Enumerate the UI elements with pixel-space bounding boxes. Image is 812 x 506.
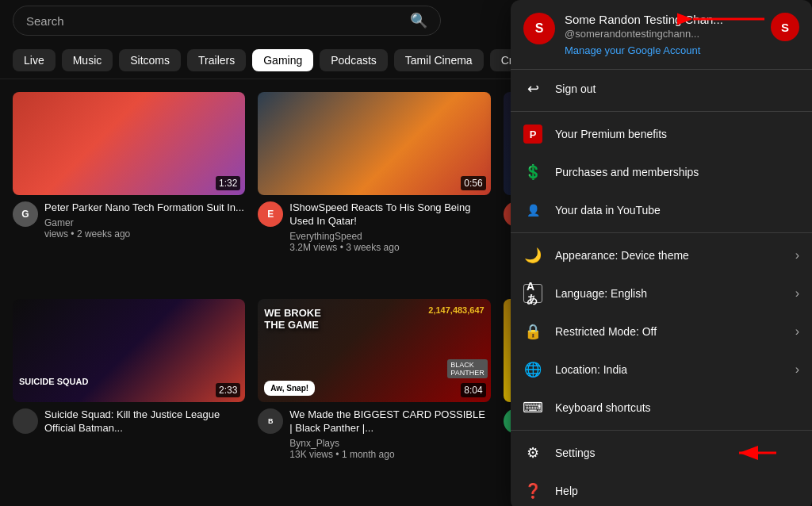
video-card[interactable]: 8:04 WE BROKETHE GAME 2,147,483,647 BLAC… [258,299,490,493]
help-icon: ❓ [523,481,542,500]
category-tamil-cinema[interactable]: Tamil Cinema [394,49,484,71]
premium-icon: P [523,125,542,144]
user-dropdown-menu: S Some Randon Testing Chan... @somerando… [511,0,812,506]
chevron-icon: › [795,324,799,339]
search-input[interactable] [26,14,404,28]
restricted-icon: 🔒 [523,322,542,341]
menu-label-language: Language: English [555,287,783,300]
chevron-icon: › [795,362,799,377]
video-title: Suicide Squad: Kill the Justice League O… [44,408,245,435]
red-arrow-top [677,5,772,44]
settings-icon: ⚙ [523,443,542,462]
menu-item-keyboard[interactable]: ⌨ Keyboard shortcuts [511,389,812,427]
menu-divider [511,430,812,431]
video-channel: EverythingSpeed [289,231,490,242]
video-duration: 8:04 [461,383,485,397]
category-podcasts[interactable]: Podcasts [320,49,388,71]
channel-avatar: B [258,408,283,434]
video-stats: 13K views • 1 month ago [289,449,490,460]
category-trailers[interactable]: Trailers [187,49,246,71]
channel-avatar [13,408,38,434]
menu-item-restricted[interactable]: 🔒 Restricted Mode: Off › [511,312,812,351]
language-icon: Aあ [523,284,542,303]
category-sitcoms[interactable]: Sitcoms [119,49,181,71]
category-music[interactable]: Music [62,49,113,71]
video-stats: views • 2 weeks ago [44,228,245,240]
channel-avatar: E [258,201,283,227]
keyboard-icon: ⌨ [523,398,542,417]
menu-label-premium: Your Premium benefits [555,128,799,140]
search-bar[interactable]: 🔍 [13,6,441,36]
menu-label-signout: Sign out [555,82,799,95]
video-thumbnail: 2:33 SUICIDE SQUAD [13,299,245,402]
menu-item-location[interactable]: 🌐 Location: India › [511,351,812,389]
menu-divider [511,111,812,112]
video-info: Suicide Squad: Kill the Justice League O… [13,408,245,435]
menu-item-help[interactable]: ❓ Help [511,472,812,506]
menu-label-keyboard: Keyboard shortcuts [555,401,799,414]
menu-item-data[interactable]: 👤 Your data in YouTube [511,191,812,229]
menu-item-language[interactable]: Aあ Language: English › [511,274,812,312]
video-card[interactable]: 0:56 E IShowSpeed Reacts To His Song Bei… [258,92,490,286]
chevron-icon: › [795,286,799,301]
video-thumbnail: 8:04 WE BROKETHE GAME 2,147,483,647 BLAC… [258,299,490,402]
category-live[interactable]: Live [13,49,56,71]
video-info: E IShowSpeed Reacts To His Song Being Us… [258,201,490,253]
video-channel: Gamer [44,217,245,228]
menu-item-appearance[interactable]: 🌙 Appearance: Device theme › [511,236,812,274]
video-title: We Made the BIGGEST CARD POSSIBLE | Blac… [289,408,490,435]
menu-label-purchases: Purchases and memberships [555,166,799,178]
red-arrow-settings [733,441,780,465]
menu-label-restricted: Restricted Mode: Off [555,325,783,338]
category-gaming[interactable]: Gaming [252,49,313,71]
video-title: Peter Parker Nano Tech Formation Suit In… [44,201,245,215]
channel-avatar: G [13,201,38,227]
video-meta: IShowSpeed Reacts To His Song Being Used… [289,201,490,253]
profile-avatar: S [523,13,555,44]
video-channel: Bynx_Plays [289,438,490,449]
data-icon: 👤 [523,201,542,220]
video-meta: Suicide Squad: Kill the Justice League O… [44,408,245,435]
video-meta: We Made the BIGGEST CARD POSSIBLE | Blac… [289,408,490,460]
menu-item-premium[interactable]: P Your Premium benefits [511,115,812,153]
menu-item-settings[interactable]: ⚙ Settings [511,434,812,472]
menu-divider [511,232,812,233]
video-stats: 3.2M views • 3 weeks ago [289,242,490,253]
profile-avatar-small: S [771,13,799,41]
menu-label-help: Help [555,485,799,497]
chevron-icon: › [795,248,799,263]
menu-item-signout[interactable]: ↩ Sign out [511,70,812,108]
video-card[interactable]: 1:32 G Peter Parker Nano Tech Formation … [13,92,245,286]
video-duration: 2:33 [216,383,240,397]
video-info: B We Made the BIGGEST CARD POSSIBLE | Bl… [258,408,490,460]
video-duration: 1:32 [216,176,240,190]
video-info: G Peter Parker Nano Tech Formation Suit … [13,201,245,240]
video-title: IShowSpeed Reacts To His Song Being Used… [289,201,490,228]
video-meta: Peter Parker Nano Tech Formation Suit In… [44,201,245,240]
menu-item-purchases[interactable]: 💲 Purchases and memberships [511,153,812,191]
manage-account-link[interactable]: Manage your Google Account [565,44,761,56]
location-icon: 🌐 [523,360,542,379]
video-duration: 0:56 [461,176,485,190]
video-thumbnail: 1:32 [13,92,245,195]
menu-label-appearance: Appearance: Device theme [555,249,783,262]
purchases-icon: 💲 [523,163,542,182]
video-thumbnail: 0:56 [258,92,490,195]
search-icon: 🔍 [410,12,427,29]
appearance-icon: 🌙 [523,246,542,265]
menu-label-location: Location: India [555,363,783,376]
sign-out-icon: ↩ [523,79,542,98]
menu-label-data: Your data in YouTube [555,204,799,217]
video-card[interactable]: 2:33 SUICIDE SQUAD Suicide Squad: Kill t… [13,299,245,493]
